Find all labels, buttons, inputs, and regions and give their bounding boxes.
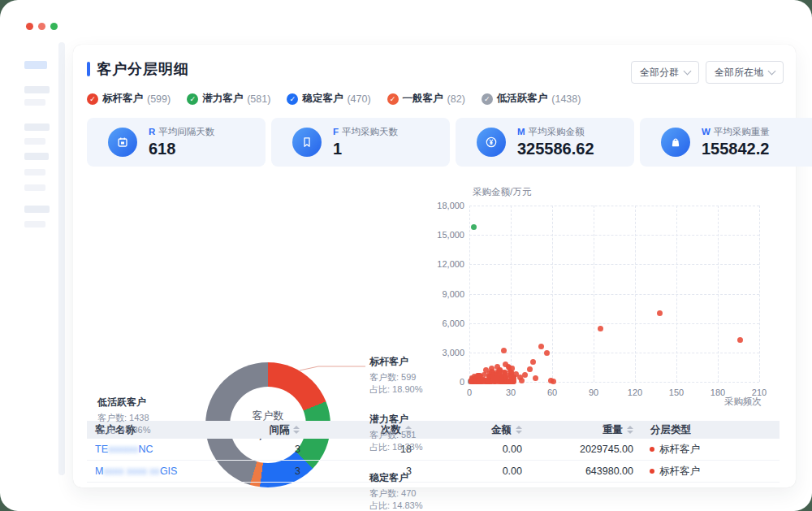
callout-percent: 占比: 14.83%	[369, 500, 459, 511]
sidebar-skeleton-bar	[24, 86, 50, 93]
x-tick-label: 60	[547, 388, 557, 397]
legend-item-标杆客户[interactable]: ✓标杆客户(599)	[87, 92, 171, 106]
scatter-point	[509, 366, 515, 371]
callout-count: 客户数: 599	[369, 371, 459, 383]
redacted-name-part: xxxxxx	[108, 444, 139, 455]
minimize-window-button[interactable]	[38, 23, 45, 30]
legend-label: 低活跃客户	[497, 92, 548, 106]
column-header-重量[interactable]: 重量	[531, 421, 641, 439]
legend-item-一般客户[interactable]: ✓一般客户(82)	[387, 92, 465, 106]
check-circle-icon: ✓	[287, 93, 298, 105]
legend-label: 稳定客户	[302, 92, 343, 106]
gridline-horizontal	[469, 235, 759, 236]
callout-title: 稳定客户	[369, 471, 459, 485]
scatter-point	[657, 310, 663, 316]
customer-name-link[interactable]: TExxxxxxNC	[95, 444, 153, 455]
gridline-horizontal	[469, 294, 759, 295]
callout-count: 客户数: 470	[369, 487, 459, 500]
x-tick-label: 0	[467, 388, 472, 397]
y-tick-label: 6,000	[427, 318, 464, 328]
sort-carets-icon[interactable]	[627, 426, 633, 434]
sidebar-skeleton-bar	[24, 138, 45, 145]
donut-callout-低活跃客户: 低活跃客户客户数: 1438占比: 45.36%	[97, 396, 187, 436]
filter-dropdown-label: 全部所在地	[715, 66, 763, 80]
scatter-point	[519, 378, 525, 383]
cell-重量: 643980.00	[530, 466, 641, 477]
page: { "window": { "traffic_lights": [ {"name…	[0, 0, 812, 511]
scatter-y-axis-title: 采购金额/万元	[473, 186, 531, 198]
check-circle-icon: ✓	[387, 93, 399, 105]
name-part: NC	[138, 444, 153, 455]
stat-value: 155842.2	[702, 140, 770, 158]
sidebar-skeleton-bar	[24, 99, 45, 106]
stat-letter: R	[149, 127, 155, 136]
callout-title: 低活跃客户	[97, 396, 187, 409]
caret-up-icon	[293, 426, 300, 429]
caret-up-icon	[627, 426, 633, 429]
stat-label: M平均采购金额	[517, 126, 594, 138]
customer-name-cell: Mxxxx xxxx xxGIS	[87, 466, 195, 477]
cell-重量: 2029745.00	[530, 444, 641, 455]
check-circle-icon: ✓	[87, 93, 98, 105]
scatter-point	[737, 337, 743, 343]
name-part: GIS	[160, 466, 178, 477]
stat-card-W: W平均采购重量155842.2	[640, 118, 812, 167]
customer-name-link[interactable]: Mxxxx xxxx xxGIS	[95, 466, 177, 477]
sidebar-skeleton-bar	[24, 61, 47, 69]
caret-down-icon	[293, 431, 300, 434]
legend-item-低活跃客户[interactable]: ✓低活跃客户(1438)	[482, 92, 581, 106]
x-tick-label: 150	[669, 388, 684, 397]
donut-callout-标杆客户: 标杆客户客户数: 599占比: 18.90%	[369, 355, 459, 396]
donut-callout-潜力客户: 潜力客户客户数: 581占比: 18.33%	[369, 413, 459, 453]
stat-label: F平均采购天数	[333, 126, 398, 138]
close-window-button[interactable]	[26, 23, 33, 30]
sidebar-skeleton-bar	[24, 169, 45, 175]
segment-label: 标杆客户	[659, 466, 700, 477]
x-tick-label: 180	[710, 388, 725, 397]
segment-type-cell: 标杆客户	[641, 443, 780, 457]
callout-percent: 占比: 18.90%	[369, 383, 459, 396]
filter-group: 全部分群全部所在地	[631, 61, 784, 84]
y-tick-label: 12,000	[427, 259, 464, 269]
callout-title: 潜力客户	[369, 413, 459, 427]
calendar-icon	[108, 128, 137, 157]
sidebar-skeleton-bar	[24, 206, 50, 213]
callout-percent: 占比: 18.33%	[369, 441, 459, 453]
legend-label: 一般客户	[403, 92, 443, 106]
legend-item-稳定客户[interactable]: ✓稳定客户(470)	[287, 92, 370, 106]
legend-count: (599)	[147, 93, 171, 105]
sort-carets-icon[interactable]	[293, 426, 300, 434]
donut-callout-稳定客户: 稳定客户客户数: 470占比: 14.83%	[369, 471, 459, 511]
scatter-point	[480, 377, 486, 383]
sort-carets-icon[interactable]	[516, 426, 522, 434]
gridline-vertical	[759, 206, 760, 382]
stat-label: W平均采购重量	[702, 126, 770, 138]
column-header-label: 分层类型	[650, 423, 691, 437]
name-part: TE	[95, 444, 108, 455]
y-tick-label: 18,000	[427, 201, 464, 210]
x-tick-label: 90	[589, 388, 598, 397]
scatter-point	[598, 326, 603, 331]
column-header-间隔[interactable]: 间隔	[195, 421, 308, 439]
legend-item-潜力客户[interactable]: ✓潜力客户(581)	[187, 92, 270, 106]
gridline-horizontal	[469, 206, 759, 206]
column-header-label: 金额	[491, 423, 512, 437]
filter-dropdown-2[interactable]: 全部所在地	[706, 61, 784, 84]
gridline-horizontal	[469, 264, 759, 265]
stat-value: 1	[333, 140, 398, 158]
scatter-point	[469, 378, 474, 383]
sidebar-skeleton-bar	[24, 221, 45, 227]
stat-letter: W	[702, 127, 710, 136]
segment-dot-icon	[650, 447, 654, 452]
filter-dropdown-1[interactable]: 全部分群	[631, 61, 699, 84]
zoom-window-button[interactable]	[50, 23, 58, 30]
column-header-分层类型: 分层类型	[642, 421, 780, 439]
caret-up-icon	[516, 426, 522, 429]
scatter-x-axis-title: 采购频次	[724, 396, 762, 408]
stat-card-R: R平均间隔天数618	[87, 118, 266, 167]
stat-value: 325586.62	[517, 140, 594, 158]
name-part: M	[95, 466, 103, 477]
callout-count: 客户数: 581	[369, 429, 459, 441]
stat-cards: R平均间隔天数618F平均采购天数1M平均采购金额325586.62W平均采购重…	[87, 118, 812, 167]
scatter-point	[551, 379, 556, 384]
